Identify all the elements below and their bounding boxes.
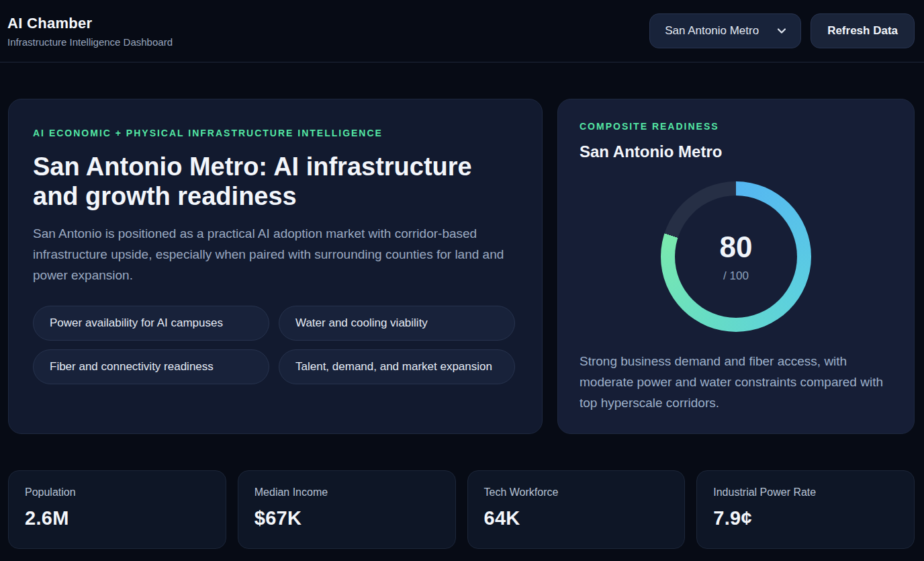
- stat-label: Tech Workforce: [484, 486, 669, 499]
- readiness-description: Strong business demand and fiber access,…: [580, 351, 892, 413]
- main-content: AI ECONOMIC + PHYSICAL INFRASTRUCTURE IN…: [8, 99, 915, 434]
- app-title: AI Chamber: [7, 15, 173, 32]
- stats-row: Population 2.6M Median Income $67K Tech …: [8, 470, 915, 549]
- hero-description: San Antonio is positioned as a practical…: [33, 223, 515, 286]
- pill-water-cooling[interactable]: Water and cooling viability: [279, 306, 515, 341]
- readiness-score: 80: [720, 230, 753, 264]
- app-header: AI Chamber Infrastructure Intelligence D…: [0, 0, 924, 62]
- pill-talent-demand[interactable]: Talent, demand, and market expansion: [279, 349, 515, 384]
- stat-card-median-income: Median Income $67K: [238, 470, 456, 549]
- readiness-gauge-center: 80 / 100: [661, 181, 811, 332]
- readiness-score-max: / 100: [723, 269, 749, 283]
- brand-block: AI Chamber Infrastructure Intelligence D…: [7, 15, 173, 48]
- stat-card-population: Population 2.6M: [8, 470, 226, 549]
- pill-fiber-connectivity[interactable]: Fiber and connectivity readiness: [33, 349, 269, 384]
- chevron-down-icon: [776, 26, 787, 36]
- region-select-value: San Antonio Metro: [665, 24, 759, 38]
- refresh-data-button[interactable]: Refresh Data: [811, 13, 915, 48]
- pill-power-availability[interactable]: Power availability for AI campuses: [33, 306, 269, 341]
- app-subtitle: Infrastructure Intelligence Dashboard: [7, 36, 173, 48]
- stat-label: Population: [25, 486, 210, 499]
- region-select[interactable]: San Antonio Metro: [649, 13, 801, 48]
- hero-eyebrow: AI ECONOMIC + PHYSICAL INFRASTRUCTURE IN…: [33, 128, 515, 138]
- stat-value: 64K: [484, 507, 669, 529]
- dashboard-root: AI Chamber Infrastructure Intelligence D…: [0, 0, 924, 549]
- stat-card-industrial-power-rate: Industrial Power Rate 7.9¢: [696, 470, 915, 549]
- stat-value: 2.6M: [25, 507, 210, 529]
- readiness-gauge: 80 / 100: [661, 181, 811, 332]
- stat-value: $67K: [255, 507, 439, 529]
- header-controls: San Antonio Metro Refresh Data: [649, 13, 915, 48]
- hero-pill-list: Power availability for AI campuses Water…: [33, 306, 515, 384]
- readiness-eyebrow: COMPOSITE READINESS: [580, 121, 892, 132]
- hero-title: San Antonio Metro: AI infrastructure and…: [33, 152, 515, 211]
- stat-label: Industrial Power Rate: [713, 486, 898, 499]
- readiness-title: San Antonio Metro: [580, 142, 892, 161]
- stat-card-tech-workforce: Tech Workforce 64K: [467, 470, 686, 549]
- stat-label: Median Income: [255, 486, 439, 499]
- hero-card: AI ECONOMIC + PHYSICAL INFRASTRUCTURE IN…: [8, 99, 543, 434]
- stat-value: 7.9¢: [713, 507, 898, 529]
- readiness-card: COMPOSITE READINESS San Antonio Metro 80…: [557, 99, 915, 434]
